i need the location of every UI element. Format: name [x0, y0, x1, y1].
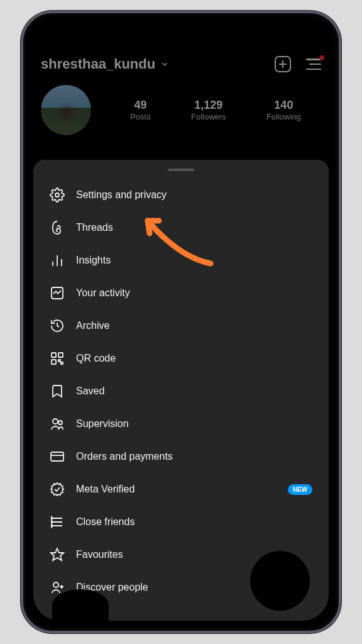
followers-stat[interactable]: 1,129 Followers	[191, 99, 226, 121]
activity-icon	[50, 286, 65, 301]
svg-marker-17	[52, 517, 53, 519]
sheet-drag-handle[interactable]	[168, 169, 194, 171]
insights-icon	[50, 253, 65, 268]
menu-item-archive[interactable]: Archive	[36, 309, 326, 342]
archive-icon	[50, 318, 65, 333]
menu-item-close-friends[interactable]: Close friends	[36, 506, 326, 538]
svg-marker-20	[51, 548, 63, 560]
new-badge: NEW	[288, 484, 312, 495]
svg-rect-5	[52, 353, 56, 357]
menu-item-activity[interactable]: Your activity	[36, 277, 326, 309]
menu-label: Orders and payments	[76, 451, 173, 462]
menu-item-supervision[interactable]: Supervision	[36, 408, 326, 440]
following-count: 140	[266, 99, 301, 112]
menu-label: Insights	[76, 255, 111, 266]
svg-rect-7	[52, 360, 56, 364]
screen: shresthaa_kundu 49 Posts	[28, 18, 334, 626]
following-stat[interactable]: 140 Following	[266, 99, 301, 121]
menu-label: Saved	[76, 386, 104, 397]
threads-icon	[50, 220, 65, 235]
saved-icon	[50, 384, 65, 399]
create-post-button[interactable]	[275, 56, 291, 72]
menu-label: Threads	[76, 222, 113, 233]
chevron-down-icon	[160, 60, 169, 69]
menu-label: Your activity	[76, 287, 130, 299]
following-label: Following	[266, 112, 301, 121]
star-icon	[50, 547, 65, 562]
menu-label: Supervision	[76, 418, 129, 430]
menu-label: Archive	[76, 320, 109, 331]
menu-label: Close friends	[76, 516, 134, 528]
close-friends-icon	[50, 514, 65, 530]
svg-point-10	[53, 419, 58, 424]
menu-label: Meta Verified	[76, 484, 134, 495]
menu-list: Settings and privacy Threads Insights	[33, 176, 329, 606]
menu-label: QR code	[76, 353, 116, 364]
posts-count: 49	[130, 99, 151, 112]
svg-rect-8	[58, 360, 60, 362]
svg-point-11	[58, 421, 62, 425]
username-dropdown[interactable]: shresthaa_kundu	[41, 56, 169, 72]
notification-dot-icon	[319, 55, 324, 60]
followers-count: 1,129	[191, 99, 226, 112]
svg-marker-19	[52, 525, 53, 527]
dark-blob-overlay	[52, 589, 109, 621]
menu-label: Settings and privacy	[76, 189, 167, 201]
svg-point-0	[55, 193, 59, 197]
menu-item-verified[interactable]: Meta Verified NEW	[36, 473, 326, 506]
menu-item-saved[interactable]: Saved	[36, 375, 326, 408]
posts-label: Posts	[130, 112, 151, 121]
verified-icon	[50, 482, 65, 497]
username-text: shresthaa_kundu	[41, 56, 155, 72]
bottom-sheet: Settings and privacy Threads Insights	[33, 160, 329, 621]
menu-item-qr[interactable]: QR code	[36, 342, 326, 375]
svg-marker-18	[52, 521, 53, 523]
posts-stat[interactable]: 49 Posts	[130, 99, 151, 121]
dark-circle-overlay	[250, 551, 310, 611]
menu-item-threads[interactable]: Threads	[36, 211, 326, 244]
svg-rect-6	[58, 353, 63, 357]
menu-label: Favourites	[76, 549, 123, 560]
card-icon	[50, 449, 65, 464]
svg-rect-12	[51, 452, 63, 461]
qr-icon	[50, 351, 65, 366]
profile-stats: 49 Posts 1,129 Followers 140 Following	[110, 99, 321, 121]
supervision-icon	[50, 416, 65, 431]
followers-label: Followers	[191, 112, 226, 121]
gear-icon	[50, 187, 65, 203]
menu-item-settings[interactable]: Settings and privacy	[36, 179, 326, 211]
avatar[interactable]	[41, 85, 91, 135]
svg-point-21	[53, 582, 58, 587]
profile-header: shresthaa_kundu 49 Posts	[28, 18, 334, 142]
svg-rect-9	[61, 362, 63, 364]
menu-item-orders[interactable]: Orders and payments	[36, 440, 326, 473]
hamburger-menu-button[interactable]	[306, 58, 321, 70]
menu-item-insights[interactable]: Insights	[36, 244, 326, 277]
phone-frame: shresthaa_kundu 49 Posts	[21, 11, 341, 633]
